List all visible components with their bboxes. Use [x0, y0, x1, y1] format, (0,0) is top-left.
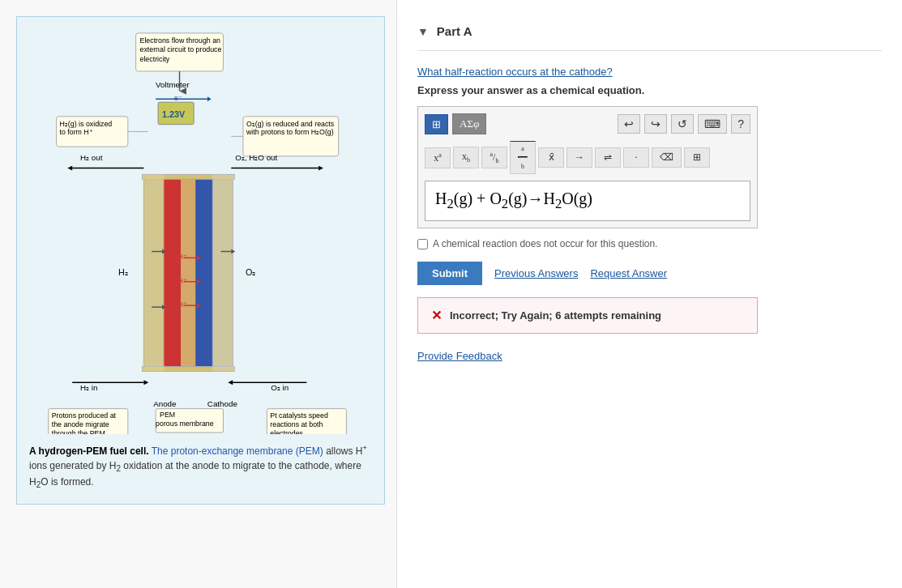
previous-answers-button[interactable]: Previous Answers	[494, 267, 578, 279]
diagram-container: Electrons flow through an external circu…	[16, 16, 385, 505]
caption-bold: A hydrogen-PEM fuel cell.	[29, 445, 149, 457]
arrow-button[interactable]: →	[566, 147, 592, 168]
svg-text:Protons produced at: Protons produced at	[52, 411, 117, 420]
submit-button[interactable]: Submit	[417, 262, 482, 285]
expand-button[interactable]: ⊞	[684, 147, 710, 168]
dot-button[interactable]: ·	[623, 147, 649, 168]
instruction-text: Express your answer as a chemical equati…	[417, 84, 882, 96]
svg-text:external circuit to produce: external circuit to produce	[140, 45, 222, 53]
refresh-button[interactable]: ↺	[671, 114, 694, 134]
part-title: Part A	[437, 24, 472, 38]
svg-text:PEM: PEM	[160, 411, 175, 419]
svg-text:electrodes.: electrodes.	[270, 429, 305, 434]
backspace-button[interactable]: ⌫	[652, 147, 682, 168]
left-panel: Electrons flow through an external circu…	[0, 0, 397, 588]
diagram-caption: A hydrogen-PEM fuel cell. The proton-exc…	[29, 443, 372, 492]
equation-input-area[interactable]: H2(g) + O2(g)→H2O(g)	[425, 181, 750, 221]
caption-blue: The proton-exchange membrane (PEM)	[152, 445, 323, 457]
request-answer-button[interactable]: Request Answer	[590, 267, 667, 279]
error-icon: ✕	[431, 308, 442, 323]
svg-text:H₂ out: H₂ out	[80, 153, 103, 162]
collapse-arrow[interactable]: ▼	[417, 25, 429, 38]
question-text: What half-reaction occurs at the cathode…	[417, 66, 882, 78]
svg-text:electricity: electricity	[140, 55, 170, 63]
svg-text:to form H⁺: to form H⁺	[60, 128, 93, 136]
no-reaction-label: A chemical reaction does not occur for t…	[433, 238, 657, 249]
fraction2-button[interactable]: ab	[510, 141, 536, 174]
superscript-button[interactable]: xa	[425, 147, 451, 168]
svg-text:O₂: O₂	[246, 267, 255, 277]
svg-text:reactions at both: reactions at both	[270, 420, 323, 428]
svg-rect-26	[164, 176, 182, 366]
equilibrium-button[interactable]: ⇌	[595, 147, 621, 168]
redo-button[interactable]: ↪	[644, 114, 667, 134]
svg-marker-24	[318, 166, 323, 171]
provide-feedback-button[interactable]: Provide Feedback	[417, 350, 502, 362]
undo-button[interactable]: ↩	[618, 114, 640, 134]
svg-rect-33	[212, 174, 234, 371]
fuel-cell-diagram: Electrons flow through an external circu…	[29, 29, 374, 434]
part-header: ▼ Part A	[417, 16, 882, 51]
svg-marker-53	[143, 380, 148, 385]
svg-marker-8	[207, 96, 212, 101]
equation-content: H2(g) + O2(g)→H2O(g)	[435, 190, 592, 212]
symbol-palette-button[interactable]: AΣφ	[452, 113, 486, 134]
svg-text:O₂ in: O₂ in	[271, 383, 289, 392]
svg-text:1.23V: 1.23V	[162, 109, 186, 119]
overline-button[interactable]: x̄	[538, 147, 564, 168]
svg-rect-32	[142, 174, 164, 371]
svg-text:Voltmeter: Voltmeter	[156, 80, 190, 89]
svg-text:O₂(g) is reduced and reacts: O₂(g) is reduced and reacts	[246, 120, 335, 128]
error-box: ✕ Incorrect; Try Again; 6 attempts remai…	[417, 297, 758, 334]
subscript-button[interactable]: xb	[453, 147, 479, 168]
eq-toolbar-top: ⊞ AΣφ ↩ ↪ ↺ ⌨ ?	[425, 113, 750, 134]
equation-editor: ⊞ AΣφ ↩ ↪ ↺ ⌨ ? xa xb a/b ab x̄ → ⇌ · ⌫ …	[417, 106, 758, 228]
svg-text:H₂(g) is oxidized: H₂(g) is oxidized	[60, 120, 113, 128]
svg-text:Anode: Anode	[153, 399, 177, 408]
right-panel: ▼ Part A What half-reaction occurs at th…	[397, 0, 902, 588]
svg-text:porous membrane: porous membrane	[156, 420, 214, 428]
error-message: Incorrect; Try Again; 6 attempts remaini…	[450, 309, 661, 322]
svg-rect-28	[195, 176, 213, 366]
svg-text:H⁺: H⁺	[178, 253, 187, 261]
svg-text:H₂: H₂	[118, 267, 128, 277]
svg-text:e⁻: e⁻	[174, 94, 182, 102]
svg-text:H⁺: H⁺	[178, 300, 187, 309]
question-content: What half-reaction occurs at the cathode…	[417, 66, 613, 78]
svg-marker-56	[228, 380, 233, 385]
no-reaction-checkbox[interactable]	[417, 239, 428, 249]
help-button[interactable]: ?	[731, 114, 750, 134]
submit-row: Submit Previous Answers Request Answer	[417, 262, 882, 285]
svg-text:with protons to form H₂O(g): with protons to form H₂O(g)	[246, 128, 334, 136]
no-reaction-row: A chemical reaction does not occur for t…	[417, 238, 882, 249]
fraction-button[interactable]: a/b	[481, 147, 507, 168]
svg-rect-27	[182, 176, 196, 366]
svg-text:H₂ in: H₂ in	[80, 383, 97, 392]
svg-text:through the PEM: through the PEM	[52, 429, 105, 434]
template-button[interactable]: ⊞	[425, 114, 448, 134]
eq-toolbar-symbols: xa xb a/b ab x̄ → ⇌ · ⌫ ⊞	[425, 141, 750, 174]
svg-text:the anode migrate: the anode migrate	[52, 420, 109, 428]
svg-text:Pt catalysts speed: Pt catalysts speed	[270, 411, 328, 420]
svg-text:O₂, H₂O out: O₂, H₂O out	[235, 153, 277, 162]
svg-text:Electrons flow through an: Electrons flow through an	[140, 36, 221, 45]
svg-text:Cathode: Cathode	[207, 399, 238, 408]
svg-text:H⁺: H⁺	[178, 277, 187, 285]
keyboard-button[interactable]: ⌨	[698, 114, 727, 134]
svg-marker-21	[67, 166, 72, 171]
